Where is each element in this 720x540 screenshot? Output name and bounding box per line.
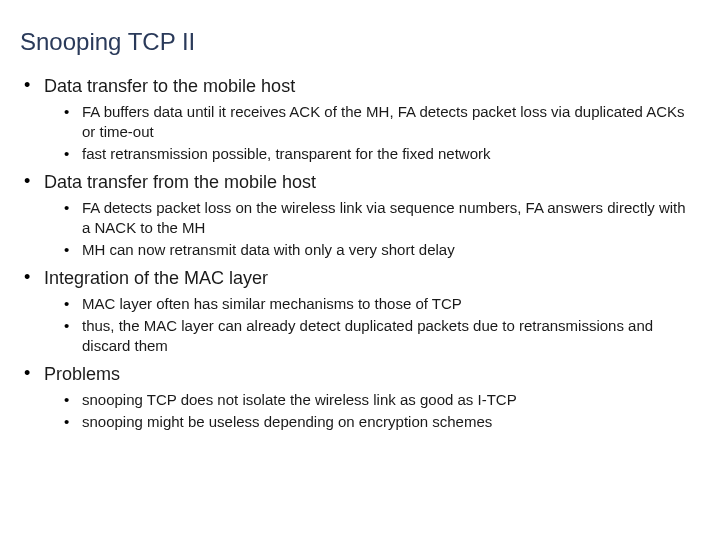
sub-item: FA detects packet loss on the wireless l… [64, 198, 692, 238]
sub-list: FA detects packet loss on the wireless l… [44, 198, 692, 260]
section-heading: Problems [44, 362, 692, 386]
slide: Snooping TCP II Data transfer to the mob… [0, 0, 720, 540]
section-heading: Integration of the MAC layer [44, 266, 692, 290]
section-heading: Data transfer to the mobile host [44, 74, 692, 98]
sub-list: FA buffers data until it receives ACK of… [44, 102, 692, 164]
slide-title: Snooping TCP II [20, 28, 692, 56]
sub-list: snooping TCP does not isolate the wirele… [44, 390, 692, 432]
sub-item: MAC layer often has similar mechanisms t… [64, 294, 692, 314]
section-integration-mac: Integration of the MAC layer MAC layer o… [20, 266, 692, 356]
bullet-list: Data transfer to the mobile host FA buff… [20, 74, 692, 432]
sub-item: fast retransmission possible, transparen… [64, 144, 692, 164]
section-data-transfer-from: Data transfer from the mobile host FA de… [20, 170, 692, 260]
sub-item: thus, the MAC layer can already detect d… [64, 316, 692, 356]
sub-item: MH can now retransmit data with only a v… [64, 240, 692, 260]
sub-item: snooping TCP does not isolate the wirele… [64, 390, 692, 410]
section-data-transfer-to: Data transfer to the mobile host FA buff… [20, 74, 692, 164]
sub-list: MAC layer often has similar mechanisms t… [44, 294, 692, 356]
sub-item: FA buffers data until it receives ACK of… [64, 102, 692, 142]
section-problems: Problems snooping TCP does not isolate t… [20, 362, 692, 432]
sub-item: snooping might be useless depending on e… [64, 412, 692, 432]
section-heading: Data transfer from the mobile host [44, 170, 692, 194]
